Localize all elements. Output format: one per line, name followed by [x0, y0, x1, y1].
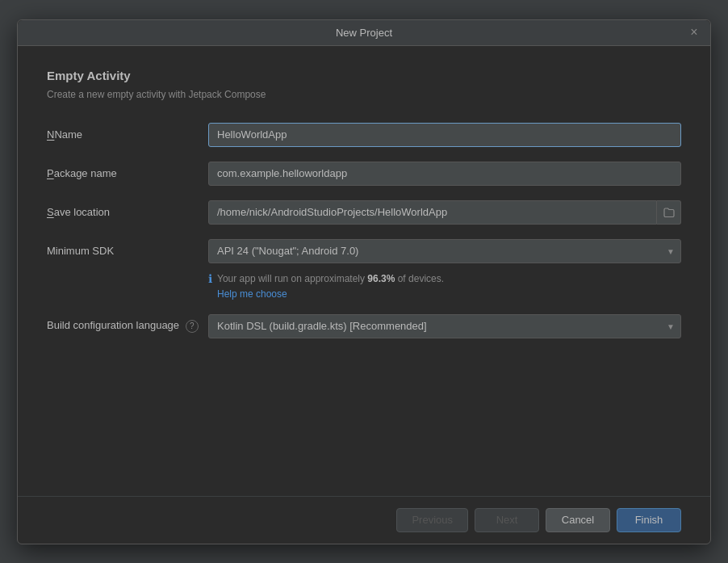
minimum-sdk-dropdown-wrap: API 24 ("Nougat"; Android 7.0) ▼ [208, 239, 681, 263]
path-input-wrap [208, 200, 681, 225]
build-config-row: Build configuration language ? Kotlin DS… [47, 314, 681, 338]
minimum-sdk-dropdown[interactable]: API 24 ("Nougat"; Android 7.0) [208, 239, 681, 263]
save-location-field-wrap [208, 200, 681, 225]
sdk-info-text: Your app will run on approximately 96.3%… [217, 273, 444, 284]
dialog-content: Empty Activity Create a new empty activi… [18, 46, 710, 496]
minimum-sdk-label: Minimum SDK [47, 245, 208, 257]
build-config-help-icon[interactable]: ? [186, 320, 199, 333]
name-field-wrap [208, 123, 681, 147]
dialog-title: New Project [336, 27, 392, 39]
section-title: Empty Activity [47, 69, 681, 82]
name-label: NName [47, 128, 208, 141]
package-name-input[interactable] [208, 162, 681, 186]
finish-button[interactable]: Finish [617, 508, 681, 532]
next-button[interactable]: Next [475, 508, 539, 532]
close-button[interactable]: × [686, 24, 702, 40]
build-config-field-wrap: Kotlin DSL (build.gradle.kts) [Recommend… [208, 314, 681, 338]
browse-folder-button[interactable] [657, 200, 681, 225]
dialog-titlebar: New Project × [18, 20, 710, 46]
info-icon: ℹ [208, 272, 212, 285]
package-name-row: Package name [47, 162, 681, 186]
new-project-dialog: New Project × Empty Activity Create a ne… [17, 19, 711, 544]
sdk-info-content: Your app will run on approximately 96.3%… [217, 271, 444, 300]
name-row: NName [47, 123, 681, 147]
save-location-label: Save location [47, 206, 208, 218]
folder-icon [663, 208, 675, 217]
name-input[interactable] [208, 123, 681, 147]
minimum-sdk-field-wrap: API 24 ("Nougat"; Android 7.0) ▼ [208, 239, 681, 263]
package-name-field-wrap [208, 162, 681, 186]
save-location-row: Save location [47, 200, 681, 225]
build-config-label: Build configuration language ? [47, 319, 208, 333]
sdk-info-row: ℹ Your app will run on approximately 96.… [208, 271, 681, 300]
section-subtitle: Create a new empty activity with Jetpack… [47, 89, 681, 100]
save-location-input[interactable] [208, 200, 657, 225]
minimum-sdk-row: Minimum SDK API 24 ("Nougat"; Android 7.… [47, 239, 681, 263]
help-me-choose-link[interactable]: Help me choose [217, 288, 444, 300]
build-config-dropdown[interactable]: Kotlin DSL (build.gradle.kts) [Recommend… [208, 314, 681, 338]
package-name-label: Package name [47, 167, 208, 179]
cancel-button[interactable]: Cancel [546, 508, 610, 532]
build-config-dropdown-wrap: Kotlin DSL (build.gradle.kts) [Recommend… [208, 314, 681, 338]
previous-button[interactable]: Previous [396, 508, 468, 532]
dialog-footer: Previous Next Cancel Finish [18, 496, 710, 544]
